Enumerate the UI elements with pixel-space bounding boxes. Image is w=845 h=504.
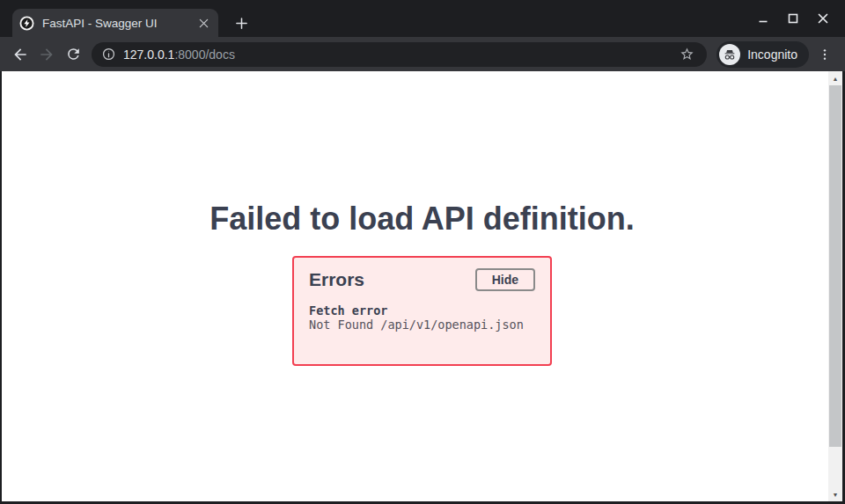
fastapi-favicon-icon — [19, 16, 34, 31]
url-path: :8000/docs — [174, 47, 235, 62]
page-content: Failed to load API definition. Errors Hi… — [2, 71, 842, 501]
reload-icon[interactable] — [60, 41, 86, 68]
url-text: 127.0.0.1:8000/docs — [123, 47, 235, 62]
tab-close-icon[interactable] — [195, 15, 211, 31]
close-window-icon[interactable] — [813, 9, 833, 28]
incognito-label: Incognito — [747, 47, 797, 62]
error-item: Fetch error Not Found /api/v1/openapi.js… — [309, 303, 535, 332]
bookmark-star-icon[interactable] — [677, 45, 696, 64]
incognito-badge: Incognito — [716, 41, 809, 68]
tab-fastapi-swagger[interactable]: FastAPI - Swagger UI — [12, 9, 218, 37]
back-icon[interactable] — [7, 41, 33, 68]
browser-menu-icon[interactable] — [812, 41, 838, 68]
vertical-scrollbar[interactable]: ▲ ▼ — [828, 71, 842, 501]
hide-errors-button[interactable]: Hide — [475, 268, 535, 291]
url-host: 127.0.0.1 — [123, 47, 174, 62]
minimize-icon[interactable] — [753, 9, 773, 28]
browser-window: FastAPI - Swagger UI — [0, 0, 845, 504]
tab-strip: FastAPI - Swagger UI — [0, 0, 845, 37]
page-title: Failed to load API definition. — [2, 71, 842, 237]
address-bar[interactable]: 127.0.0.1:8000/docs — [92, 42, 707, 67]
scrollbar-thumb[interactable] — [829, 85, 841, 447]
tab-title: FastAPI - Swagger UI — [42, 17, 195, 30]
error-title: Fetch error — [309, 303, 535, 318]
incognito-icon — [719, 44, 740, 65]
window-controls — [753, 0, 833, 37]
maximize-icon[interactable] — [783, 9, 803, 28]
scroll-up-icon[interactable]: ▲ — [828, 71, 842, 85]
forward-icon[interactable] — [33, 41, 60, 68]
errors-header: Errors Hide — [309, 268, 535, 291]
errors-title: Errors — [309, 269, 364, 290]
browser-toolbar: 127.0.0.1:8000/docs Incognito — [0, 37, 845, 71]
scroll-down-icon[interactable]: ▼ — [828, 487, 842, 501]
new-tab-button[interactable] — [230, 11, 253, 34]
site-info-icon[interactable] — [102, 47, 115, 61]
errors-panel: Errors Hide Fetch error Not Found /api/v… — [292, 256, 552, 366]
error-message: Not Found /api/v1/openapi.json — [309, 318, 535, 332]
